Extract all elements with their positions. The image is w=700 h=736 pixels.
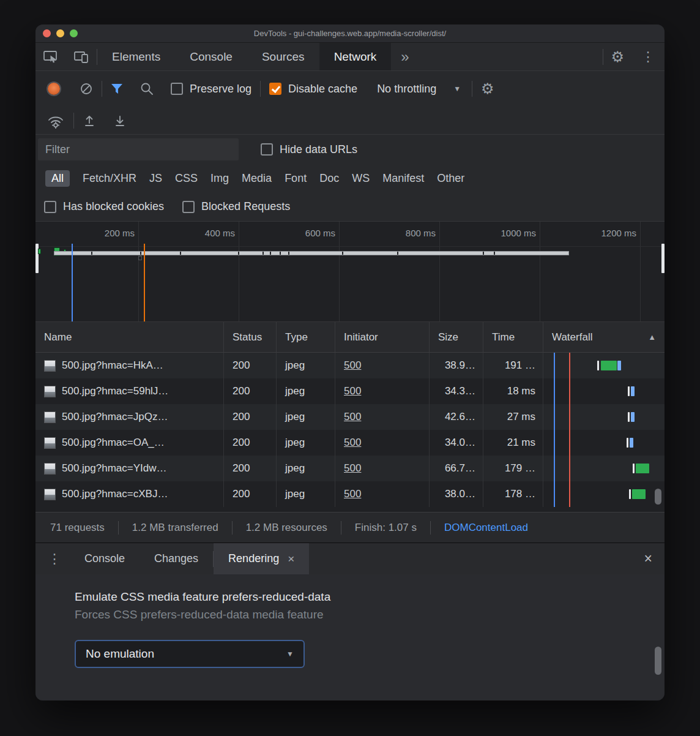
emulation-select-value: No emulation	[86, 647, 154, 661]
drawer-scrollbar-thumb[interactable]	[655, 647, 661, 675]
dom-content-loaded-line	[72, 244, 73, 321]
initiator-link[interactable]: 500	[344, 359, 361, 372]
request-status: 200	[224, 481, 277, 507]
request-status: 200	[224, 378, 277, 404]
request-time: 21 ms	[483, 430, 543, 456]
overview-right-handle[interactable]	[661, 244, 665, 273]
type-filter-media[interactable]: Media	[242, 172, 272, 185]
throttling-select[interactable]: No throttling ▼	[377, 83, 461, 96]
request-size: 66.7…	[430, 456, 483, 481]
waterfall-bar	[631, 386, 635, 396]
type-filter-all[interactable]: All	[45, 170, 70, 187]
main-menu-kebab-icon[interactable]: ⋮	[631, 50, 665, 64]
settings-gear-icon[interactable]: ⚙	[603, 43, 631, 70]
filter-funnel-icon[interactable]	[102, 83, 132, 94]
filter-input[interactable]	[38, 138, 239, 160]
summary-bar: 71 requests 1.2 MB transferred 1.2 MB re…	[35, 512, 665, 543]
type-filter-ws[interactable]: WS	[352, 172, 370, 185]
request-size: 34.3…	[430, 378, 483, 404]
initiator-link[interactable]: 500	[344, 488, 361, 500]
column-header-waterfall[interactable]: Waterfall ▲	[543, 322, 665, 352]
import-har-icon[interactable]	[74, 114, 105, 127]
waterfall-bar	[629, 489, 631, 499]
table-scrollbar-thumb[interactable]	[655, 489, 661, 505]
tab-elements[interactable]: Elements	[97, 43, 175, 70]
load-event-line	[569, 353, 570, 507]
overview-requests-band	[54, 251, 569, 255]
zoom-window-button[interactable]	[70, 29, 78, 37]
type-filter-font[interactable]: Font	[285, 172, 307, 185]
type-filter-fetch-xhr[interactable]: Fetch/XHR	[83, 172, 136, 185]
disable-cache-checkbox[interactable]	[269, 83, 281, 95]
overview-tick	[270, 252, 271, 255]
drawer-tab-changes[interactable]: Changes	[140, 543, 213, 574]
network-overview-timeline[interactable]: 200 ms 400 ms 600 ms 800 ms 1000 ms 1200…	[35, 222, 665, 322]
initiator-link[interactable]: 500	[344, 437, 361, 449]
initiator-link[interactable]: 500	[344, 385, 361, 397]
ruler-line	[35, 246, 665, 247]
type-filter-js[interactable]: JS	[149, 172, 162, 185]
column-header-time[interactable]: Time	[483, 322, 543, 352]
waterfall-cell	[543, 456, 665, 481]
tab-network[interactable]: Network	[319, 43, 392, 70]
request-name: 500.jpg?hmac=cXBJ…	[62, 488, 168, 500]
tab-sources[interactable]: Sources	[247, 43, 319, 70]
column-header-type[interactable]: Type	[277, 322, 335, 352]
type-filter-doc[interactable]: Doc	[319, 172, 339, 185]
overview-tick	[238, 252, 239, 255]
network-settings-gear-icon[interactable]: ⚙	[472, 81, 507, 96]
more-tabs-icon[interactable]: »	[391, 48, 419, 66]
rendering-setting-subtitle: Forces CSS prefers-reduced-data media fe…	[75, 608, 665, 621]
record-network-log-icon[interactable]	[48, 83, 60, 95]
request-status: 200	[224, 353, 277, 378]
close-drawer-icon[interactable]: ×	[632, 550, 665, 567]
emulation-select[interactable]: No emulation ▼	[75, 640, 305, 668]
waterfall-bar	[631, 412, 635, 422]
request-time: 178 …	[483, 481, 543, 507]
request-name: 500.jpg?hmac=59hlJ…	[62, 385, 168, 397]
waterfall-cell	[543, 481, 665, 507]
column-header-status[interactable]: Status	[224, 322, 277, 352]
drawer-tab-console[interactable]: Console	[70, 543, 140, 574]
request-type: jpeg	[277, 456, 335, 481]
waterfall-bar	[627, 438, 628, 448]
drawer-tab-rendering[interactable]: Rendering ×	[214, 543, 309, 574]
close-tab-icon[interactable]: ×	[288, 552, 294, 566]
hide-data-urls-group: Hide data URLs	[261, 143, 357, 156]
device-toolbar-icon[interactable]	[66, 43, 97, 70]
overview-tick	[288, 252, 289, 255]
type-filter-css[interactable]: CSS	[175, 172, 198, 185]
request-time: 18 ms	[483, 378, 543, 404]
network-conditions-icon[interactable]	[35, 113, 73, 129]
initiator-link[interactable]: 500	[344, 411, 361, 423]
tab-console[interactable]: Console	[175, 43, 247, 70]
drawer-menu-kebab-icon[interactable]: ⋮	[35, 552, 70, 566]
column-header-name[interactable]: Name	[35, 322, 224, 352]
has-blocked-cookies-group: Has blocked cookies	[44, 200, 164, 213]
overview-tick	[91, 252, 92, 255]
blocked-requests-checkbox[interactable]	[182, 201, 195, 213]
preserve-log-checkbox[interactable]	[171, 83, 183, 95]
type-filter-manifest[interactable]: Manifest	[382, 172, 424, 185]
search-icon[interactable]	[132, 82, 162, 96]
close-window-button[interactable]	[43, 29, 51, 37]
initiator-link[interactable]: 500	[344, 462, 361, 475]
clear-network-log-icon[interactable]	[71, 82, 102, 96]
summary-dom-content-loaded[interactable]: DOMContentLoad	[444, 522, 528, 534]
minimize-window-button[interactable]	[56, 29, 64, 37]
request-time: 179 …	[483, 456, 543, 481]
inspect-element-icon[interactable]	[35, 43, 66, 70]
column-header-initiator[interactable]: Initiator	[335, 322, 430, 352]
blocked-filters-row: Has blocked cookies Blocked Requests	[35, 192, 665, 222]
export-har-icon[interactable]	[105, 114, 135, 127]
hide-data-urls-checkbox[interactable]	[261, 143, 273, 156]
type-filter-other[interactable]: Other	[437, 172, 464, 185]
waterfall-bar	[630, 438, 633, 448]
drawer-tab-bar: ⋮ Console Changes Rendering × ×	[35, 543, 665, 574]
has-blocked-cookies-checkbox[interactable]	[44, 201, 56, 213]
request-type: jpeg	[277, 353, 335, 378]
type-filter-img[interactable]: Img	[210, 172, 229, 185]
column-header-size[interactable]: Size	[430, 322, 483, 352]
title-bar: DevTools - gui-challenges.web.app/media-…	[35, 24, 665, 43]
timeline-label: 600 ms	[289, 228, 335, 238]
